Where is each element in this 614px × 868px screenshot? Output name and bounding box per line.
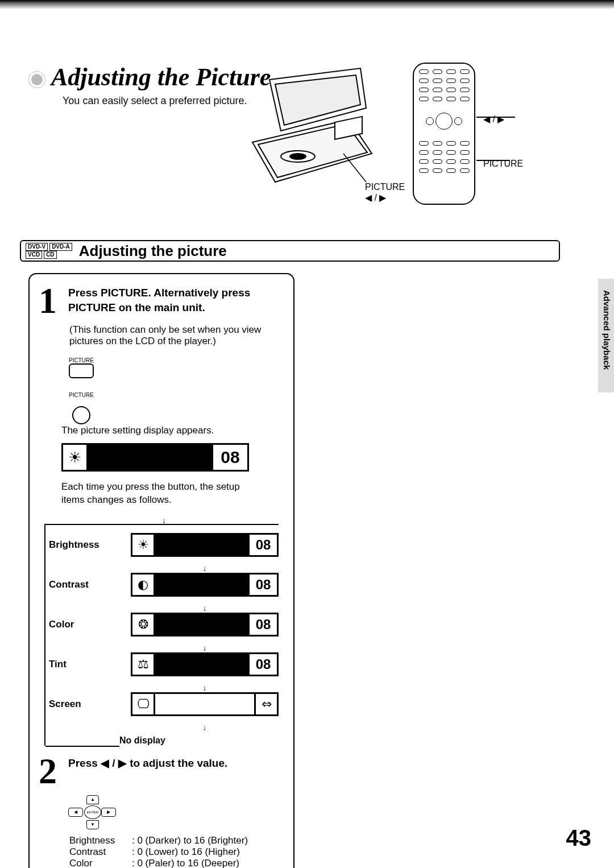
step-2-heading: Press ◀ / ▶ to adjust the value.	[68, 756, 227, 771]
title-bullet-icon	[28, 71, 45, 88]
picture-button-diagram: PICTURE PICTURE	[61, 357, 101, 424]
down-arrow-icon: ↓	[131, 564, 279, 573]
range-name: Brightness	[69, 835, 132, 846]
cycle-label: Tint	[45, 659, 114, 670]
step-number: 2	[39, 756, 64, 787]
section-header: DVD-V DVD-A VCD CD Adjusting the picture	[20, 240, 560, 262]
left-arrow-icon: ◀	[68, 808, 83, 817]
cycle-label: Contrast	[45, 579, 114, 590]
svg-point-5	[290, 154, 306, 159]
step-1-desc-1: The picture setting display appears.	[61, 424, 249, 437]
screen-mode-icon: ⇔	[254, 694, 277, 714]
device-illustration	[247, 63, 377, 193]
side-tab-label: Advanced playback	[602, 290, 612, 370]
right-arrow-icon: ▶	[101, 808, 116, 817]
range-desc: : 0 (Paler) to 16 (Deeper)	[132, 858, 239, 868]
range-name: Contrast	[69, 846, 132, 858]
remote-dpad-icon	[427, 106, 461, 137]
step-2: 2 Press ◀ / ▶ to adjust the value.	[39, 756, 284, 787]
range-name: Color	[69, 858, 132, 868]
device-picture-label: PICTURE	[365, 182, 405, 192]
disc-badges: DVD-V DVD-A VCD CD	[26, 243, 72, 259]
down-arrow-icon: ↓	[162, 516, 166, 525]
remote-arrows-label: ◀ / ▶	[483, 114, 523, 125]
osd-fill-icon	[88, 445, 213, 470]
device-arrows-label: ◀ / ▶	[365, 192, 405, 203]
cycle-value: 08	[250, 656, 277, 672]
cycle-row-brightness: Brightness ☀ 08	[45, 533, 279, 557]
page-number: 43	[566, 825, 592, 851]
picture-btn-label-top: PICTURE	[61, 357, 101, 363]
range-desc: : 0 (Lower) to 16 (Higher)	[132, 846, 240, 858]
cycle-label: Screen	[45, 698, 114, 710]
enter-icon: ENTER	[84, 805, 101, 819]
range-desc: : 0 (Darker) to 16 (Brighter)	[132, 835, 248, 846]
cycle-value: 08	[250, 577, 277, 593]
contrast-icon: ◐	[132, 574, 155, 595]
section-title: Adjusting the picture	[79, 242, 227, 260]
brightness-icon: ☀	[132, 535, 155, 555]
remote-illustration	[413, 63, 475, 205]
remote-picture-label: PICTURE	[483, 159, 523, 169]
side-tab-text: Advanced playback	[602, 290, 612, 370]
instruction-panel: 1 Press PICTURE. Alternatively press PIC…	[28, 273, 294, 868]
color-icon: ❂	[132, 614, 155, 635]
up-arrow-icon: ▲	[86, 795, 99, 804]
badge-dvd-a: DVD-A	[49, 243, 72, 251]
screen-icon: 🖵	[132, 694, 155, 714]
page-title: Adjusting the Picture	[51, 63, 271, 92]
picture-remote-button-icon	[69, 363, 94, 378]
remote-label-group: ◀ / ▶ PICTURE	[483, 114, 523, 169]
top-gradient	[0, 0, 614, 10]
tint-icon: ⚖	[132, 654, 155, 675]
cycle-row-contrast: Contrast ◐ 08	[45, 573, 279, 597]
down-arrow-icon: ↓	[131, 723, 279, 732]
osd-example-bar: ☀ 08	[61, 443, 249, 472]
down-arrow-icon: ▼	[86, 820, 99, 829]
dpad-diagram-icon: ▲ ▼ ◀ ▶ ENTER	[64, 795, 121, 829]
badge-vcd: VCD	[26, 251, 42, 259]
device-label-group: PICTURE ◀ / ▶	[365, 182, 405, 203]
step-1-heading: Press PICTURE. Alternatively press PICTU…	[68, 286, 284, 316]
cycle-label: Brightness	[45, 539, 114, 551]
cycle-row-color: Color ❂ 08	[45, 613, 279, 636]
cycle-row-tint: Tint ⚖ 08	[45, 652, 279, 676]
picture-btn-label-bottom: PICTURE	[61, 392, 101, 398]
picture-main-button-icon	[72, 406, 90, 424]
badge-dvd-v: DVD-V	[26, 243, 48, 251]
no-display-label: No display	[119, 735, 279, 746]
cycle-label: Color	[45, 619, 114, 630]
osd-example-value: 08	[213, 448, 247, 467]
cycle-value: 08	[250, 617, 277, 633]
brightness-icon: ☀	[63, 445, 88, 470]
badge-cd: CD	[44, 251, 56, 259]
cycle-value: 08	[250, 537, 277, 553]
down-arrow-icon: ↓	[131, 604, 279, 613]
step-number: 1	[39, 286, 64, 316]
step-1-note: (This function can only be set when you …	[69, 324, 284, 347]
setting-cycle-diagram: ↓ Brightness ☀ 08 ↓ Contrast ◐ 08 ↓	[44, 524, 279, 746]
down-arrow-icon: ↓	[131, 683, 279, 692]
value-ranges: Brightness: 0 (Darker) to 16 (Brighter) …	[69, 835, 284, 868]
step-1-desc-2: Each time you press the button, the setu…	[61, 481, 249, 507]
down-arrow-icon: ↓	[131, 643, 279, 652]
cycle-row-screen: Screen 🖵 ⇔	[45, 692, 279, 716]
step-1: 1 Press PICTURE. Alternatively press PIC…	[39, 286, 284, 316]
